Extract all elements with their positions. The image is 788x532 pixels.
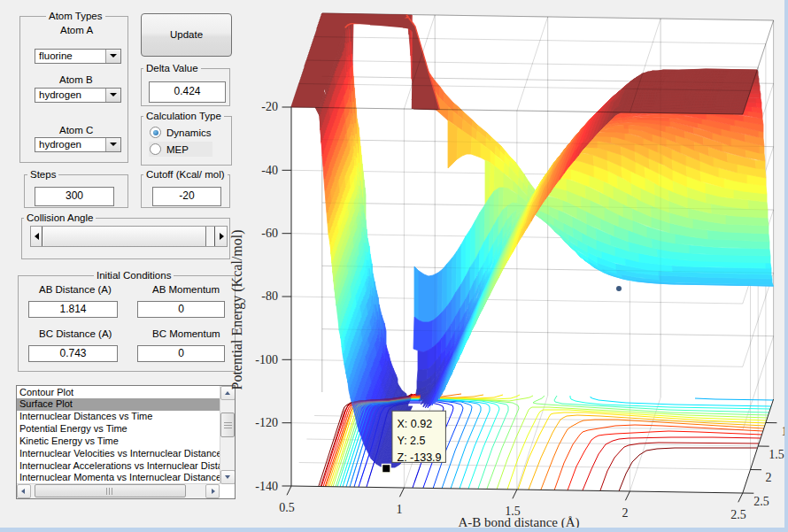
svg-text:2: 2 — [766, 471, 772, 484]
svg-text:-140: -140 — [255, 480, 278, 493]
svg-text:-80: -80 — [261, 289, 278, 303]
svg-text:-100: -100 — [255, 353, 278, 366]
svg-text:2.5: 2.5 — [730, 508, 746, 521]
svg-text:Z: -133.9: Z: -133.9 — [398, 451, 442, 464]
svg-text:1.5: 1.5 — [769, 448, 784, 461]
svg-text:2: 2 — [622, 506, 629, 520]
svg-text:2.5: 2.5 — [753, 495, 769, 508]
svg-text:-40: -40 — [261, 164, 278, 177]
svg-text:Y: 2.5: Y: 2.5 — [398, 435, 426, 447]
svg-text:-60: -60 — [261, 227, 278, 240]
svg-text:X: 0.92: X: 0.92 — [398, 418, 433, 430]
svg-text:0.5: 0.5 — [279, 501, 295, 514]
svg-text:-120: -120 — [255, 416, 278, 429]
svg-text:-20: -20 — [261, 100, 278, 113]
svg-text:1: 1 — [397, 503, 403, 516]
svg-text:Potential Energy (Kcal/mol): Potential Energy (Kcal/mol) — [229, 230, 245, 390]
